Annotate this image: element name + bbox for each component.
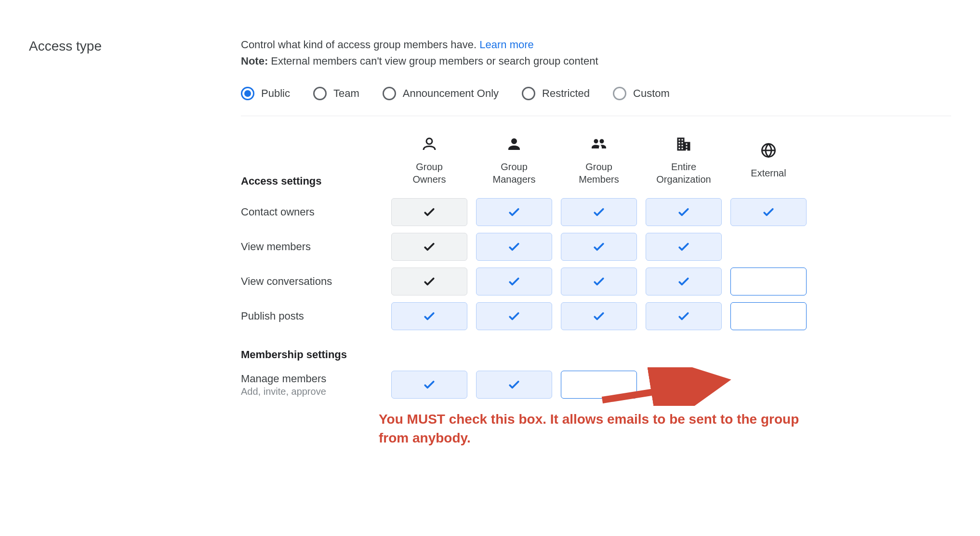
permission-cell[interactable]	[730, 268, 807, 295]
radio-announcement-only[interactable]: Announcement Only	[383, 87, 499, 100]
access-type-radio-group: PublicTeamAnnouncement OnlyRestrictedCus…	[241, 87, 951, 116]
radio-circle-icon	[313, 87, 327, 100]
column-header-group-managers: GroupManagers	[473, 135, 555, 193]
row-label: View members	[241, 241, 385, 253]
row-label: Contact owners	[241, 206, 385, 218]
radio-label: Announcement Only	[403, 87, 499, 100]
permission-cell[interactable]	[476, 198, 552, 226]
radio-restricted[interactable]: Restricted	[522, 87, 590, 100]
people-fill-icon	[558, 135, 640, 161]
note-bold: Note:	[241, 55, 268, 67]
section-title: Access type	[29, 39, 241, 54]
domain-icon	[643, 135, 725, 161]
permission-cell[interactable]	[561, 371, 637, 399]
permission-cell[interactable]	[646, 198, 722, 226]
radio-public[interactable]: Public	[241, 87, 290, 100]
description-text: Control what kind of access group member…	[241, 39, 479, 51]
radio-label: Team	[333, 87, 359, 100]
row-label: Manage membersAdd, invite, approve	[241, 373, 385, 397]
permission-cell[interactable]	[476, 302, 552, 330]
permission-cell[interactable]	[561, 302, 637, 330]
permission-cell[interactable]	[561, 268, 637, 295]
membership-settings-heading: Membership settings	[241, 335, 809, 366]
column-header-group-members: GroupMembers	[558, 135, 640, 193]
access-settings-heading: Access settings	[241, 175, 385, 193]
permission-cell[interactable]	[391, 302, 467, 330]
radio-circle-icon	[522, 87, 535, 100]
radio-circle-icon	[383, 87, 396, 100]
permission-cell[interactable]	[391, 233, 467, 261]
column-header-label: GroupOwners	[388, 161, 470, 186]
annotation-text: You MUST check this box. It allows email…	[379, 410, 812, 447]
permission-cell[interactable]	[646, 302, 722, 330]
radio-circle-icon	[613, 87, 626, 100]
column-header-label: GroupMembers	[558, 161, 640, 186]
permission-cell[interactable]	[476, 233, 552, 261]
permission-cell[interactable]	[476, 268, 552, 295]
globe-icon	[728, 142, 809, 167]
radio-label: Restricted	[542, 87, 590, 100]
radio-custom[interactable]: Custom	[613, 87, 670, 100]
row-label: View conversations	[241, 275, 385, 288]
permission-cell[interactable]	[391, 268, 467, 295]
column-header-group-owners: GroupOwners	[388, 135, 470, 193]
permission-cell[interactable]	[391, 198, 467, 226]
column-header-label: External	[728, 167, 809, 179]
note-text: External members can't view group member…	[268, 55, 598, 67]
permission-cell[interactable]	[561, 198, 637, 226]
column-header-external: External	[728, 142, 809, 187]
permission-cell[interactable]	[730, 302, 807, 330]
permission-cell[interactable]	[391, 371, 467, 399]
access-description: Control what kind of access group member…	[241, 39, 951, 51]
column-header-label: EntireOrganization	[643, 161, 725, 186]
radio-circle-icon	[241, 87, 254, 100]
row-label: Publish posts	[241, 310, 385, 322]
radio-label: Public	[261, 87, 290, 100]
permissions-grid: Access settingsGroupOwnersGroupManagersG…	[241, 135, 951, 401]
column-header-label: GroupManagers	[473, 161, 555, 186]
note-line: Note: External members can't view group …	[241, 55, 951, 67]
column-header-entire-organization: EntireOrganization	[643, 135, 725, 193]
person-outline-icon	[388, 135, 470, 161]
row-sublabel: Add, invite, approve	[241, 386, 385, 397]
radio-team[interactable]: Team	[313, 87, 359, 100]
learn-more-link[interactable]: Learn more	[479, 39, 534, 51]
permission-cell[interactable]	[646, 233, 722, 261]
permission-cell[interactable]	[646, 268, 722, 295]
radio-label: Custom	[633, 87, 670, 100]
permission-cell[interactable]	[561, 233, 637, 261]
person-fill-icon	[473, 135, 555, 161]
permission-cell[interactable]	[730, 198, 807, 226]
permission-cell[interactable]	[476, 371, 552, 399]
